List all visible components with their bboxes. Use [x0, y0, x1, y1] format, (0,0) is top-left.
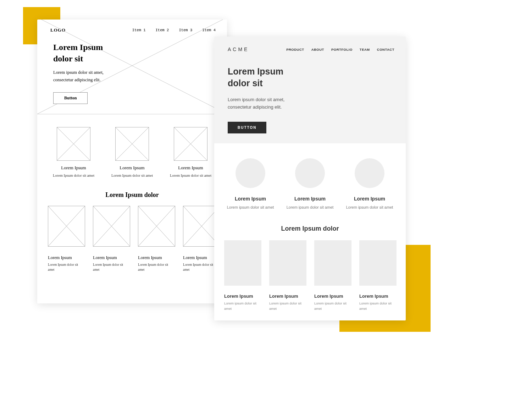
- circle-placeholder-icon: [295, 158, 325, 188]
- feature-sub: Lorem Ipsum dolor sit amet: [166, 173, 216, 178]
- image-placeholder-icon: [269, 240, 306, 286]
- portfolio-sub: Lorem ipsum dolor sit amet: [314, 301, 351, 311]
- image-placeholder-icon: [138, 206, 175, 247]
- image-placeholder-icon: [224, 240, 261, 286]
- feature-title: Lorem Ipsum: [107, 165, 157, 171]
- portfolio-title: Lorem Ipsum: [224, 293, 261, 299]
- wireframe-portfolio-row: Lorem Ipsum Lorem Ipsum dolor sit amet L…: [37, 206, 227, 283]
- nav-product[interactable]: PRODUCT: [286, 48, 304, 51]
- feature-item: Lorem Ipsum Lorem Ipsum dolor sit amet: [49, 127, 99, 178]
- feature-item: Lorem Ipsum Lorem ipsum dolor sit amet: [224, 158, 277, 210]
- image-placeholder-icon: [93, 206, 130, 247]
- design-features-row: Lorem Ipsum Lorem ipsum dolor sit amet L…: [214, 143, 406, 221]
- feature-title: Lorem Ipsum: [343, 196, 396, 202]
- section-title: Lorem Ipsum dolor: [214, 225, 406, 232]
- feature-item: Lorem Ipsum Lorem Ipsum dolor sit amet: [107, 127, 157, 178]
- hero-title: Lorem Ipsum dolor sit: [228, 66, 394, 89]
- portfolio-item: Lorem Ipsum Lorem ipsum dolor sit amet: [359, 240, 397, 311]
- wireframe-hero: Lorem Ipsum dolor sit Lorem ipsum dolor …: [37, 39, 227, 114]
- wireframe-nav: Item 1 Item 2 Item 3 Item 4: [132, 28, 216, 32]
- nav-item-3[interactable]: Item 3: [179, 28, 192, 32]
- hero-subtitle: Lorem ipsum dolor sit amet, consectetur …: [228, 96, 394, 111]
- portfolio-sub: Lorem Ipsum dolor sit amet: [138, 262, 175, 273]
- design-mockup-card: ACME PRODUCT ABOUT PORTFOLIO TEAM CONTAC…: [214, 37, 406, 320]
- portfolio-item: Lorem Ipsum Lorem Ipsum dolor sit amet: [48, 206, 85, 273]
- portfolio-title: Lorem Ipsum: [138, 255, 175, 260]
- hero-subtitle: Lorem ipsum dolor sit amet, consectetur …: [53, 69, 211, 84]
- design-nav: PRODUCT ABOUT PORTFOLIO TEAM CONTACT: [286, 48, 394, 51]
- hero-button[interactable]: BUTTON: [228, 122, 266, 133]
- feature-sub: Lorem Ipsum dolor sit amet: [49, 173, 99, 178]
- nav-item-2[interactable]: Item 2: [156, 28, 169, 32]
- circle-placeholder-icon: [355, 158, 384, 188]
- section-title: Lorem Ipsum dolor: [37, 191, 227, 199]
- wireframe-header: LOGO Item 1 Item 2 Item 3 Item 4: [37, 20, 227, 39]
- design-header: ACME PRODUCT ABOUT PORTFOLIO TEAM CONTAC…: [228, 46, 394, 52]
- nav-contact[interactable]: CONTACT: [377, 48, 394, 51]
- feature-item: Lorem Ipsum Lorem ipsum dolor sit amet: [284, 158, 336, 210]
- portfolio-sub: Lorem ipsum dolor sit amet: [359, 301, 397, 311]
- wireframe-logo: LOGO: [50, 27, 66, 33]
- portfolio-title: Lorem Ipsum: [48, 255, 85, 260]
- image-placeholder-icon: [57, 127, 90, 161]
- image-placeholder-icon: [174, 127, 207, 161]
- nav-about[interactable]: ABOUT: [311, 48, 324, 51]
- nav-item-4[interactable]: Item 4: [202, 28, 216, 32]
- nav-item-1[interactable]: Item 1: [132, 28, 146, 32]
- portfolio-sub: Lorem ipsum dolor sit amet: [224, 301, 261, 311]
- portfolio-sub: Lorem Ipsum dolor sit amet: [48, 262, 85, 273]
- feature-title: Lorem Ipsum: [284, 196, 336, 202]
- feature-sub: Lorem ipsum dolor sit amet: [224, 204, 277, 210]
- hero-title: Lorem Ipsum dolor sit: [53, 42, 211, 65]
- portfolio-title: Lorem Ipsum: [314, 293, 351, 299]
- feature-title: Lorem Ipsum: [166, 165, 216, 171]
- portfolio-item: Lorem Ipsum Lorem ipsum dolor sit amet: [224, 240, 261, 311]
- image-placeholder-icon: [115, 127, 149, 161]
- nav-portfolio[interactable]: PORTFOLIO: [331, 48, 353, 51]
- portfolio-item: Lorem Ipsum Lorem Ipsum dolor sit amet: [93, 206, 130, 273]
- feature-sub: Lorem ipsum dolor sit amet: [284, 204, 336, 210]
- circle-placeholder-icon: [235, 158, 265, 188]
- nav-team[interactable]: TEAM: [360, 48, 370, 51]
- hero-button[interactable]: Button: [53, 92, 88, 104]
- portfolio-item: Lorem Ipsum Lorem Ipsum dolor sit amet: [138, 206, 175, 273]
- design-hero-area: ACME PRODUCT ABOUT PORTFOLIO TEAM CONTAC…: [214, 37, 406, 143]
- design-portfolio-row: Lorem Ipsum Lorem ipsum dolor sit amet L…: [214, 240, 406, 320]
- portfolio-item: Lorem Ipsum Lorem ipsum dolor sit amet: [314, 240, 351, 311]
- portfolio-title: Lorem Ipsum: [93, 255, 130, 260]
- wireframe-features-row: Lorem Ipsum Lorem Ipsum dolor sit amet L…: [37, 114, 227, 188]
- portfolio-sub: Lorem ipsum dolor sit amet: [269, 301, 306, 311]
- feature-title: Lorem Ipsum: [224, 196, 277, 202]
- image-placeholder-icon: [359, 240, 397, 286]
- feature-sub: Lorem Ipsum dolor sit amet: [107, 173, 157, 178]
- design-logo: ACME: [228, 46, 249, 52]
- image-placeholder-icon: [48, 206, 85, 247]
- feature-item: Lorem Ipsum Lorem Ipsum dolor sit amet: [166, 127, 216, 178]
- feature-item: Lorem Ipsum Lorem ipsum dolor sit amet: [343, 158, 396, 210]
- feature-sub: Lorem ipsum dolor sit amet: [343, 204, 396, 210]
- portfolio-item: Lorem Ipsum Lorem ipsum dolor sit amet: [269, 240, 306, 311]
- wireframe-mockup-card: LOGO Item 1 Item 2 Item 3 Item 4 Lorem I…: [37, 20, 227, 303]
- portfolio-title: Lorem Ipsum: [269, 293, 306, 299]
- portfolio-title: Lorem Ipsum: [359, 293, 397, 299]
- image-placeholder-icon: [314, 240, 351, 286]
- portfolio-sub: Lorem Ipsum dolor sit amet: [93, 262, 130, 273]
- feature-title: Lorem Ipsum: [49, 165, 99, 171]
